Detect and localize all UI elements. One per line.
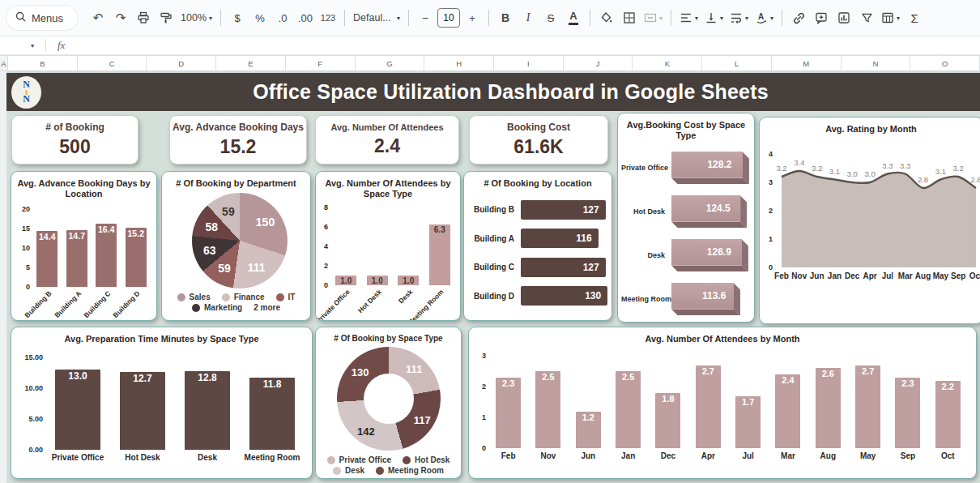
bar-slot: 1.0 bbox=[330, 207, 362, 285]
y-axis: 0123 bbox=[472, 356, 488, 448]
bar: 2.2 bbox=[935, 381, 961, 449]
currency-format-button[interactable]: $ bbox=[227, 7, 248, 28]
bar-plot: 0510152014.414.716.415.2 bbox=[15, 209, 151, 287]
chart-card-rating-by-month[interactable]: Avg. Rating by Month 012343.2Feb3.4Nov3.… bbox=[759, 117, 980, 324]
decrease-decimal-button[interactable]: .0 bbox=[272, 7, 293, 28]
legend-item: IT bbox=[276, 293, 296, 301]
borders-button[interactable] bbox=[619, 7, 640, 28]
bar: 127 bbox=[521, 258, 606, 277]
vertical-align-icon bbox=[705, 11, 718, 24]
fill-color-button[interactable] bbox=[596, 7, 617, 28]
bar-value: 130 bbox=[585, 290, 607, 301]
legend-swatch bbox=[192, 304, 200, 312]
horizontal-align-button[interactable]: ▾ bbox=[677, 7, 701, 28]
x-label: Hot Desk bbox=[110, 453, 175, 462]
column-header-f[interactable]: F bbox=[286, 55, 356, 71]
chevron-down-icon: ▾ bbox=[209, 15, 212, 22]
bar: 2.5 bbox=[535, 371, 560, 448]
column-header-j[interactable]: J bbox=[564, 55, 633, 71]
chart-card-advance-days-by-location[interactable]: Avg. Advance Booking Days by Location 05… bbox=[11, 171, 157, 321]
column-headers: ABCDEFGHIJKLMNO bbox=[0, 55, 980, 71]
legend-label: Meeting Room bbox=[388, 466, 444, 475]
chart-card-prep-time-by-space[interactable]: Avg. Preparation Time Minutes by Space T… bbox=[11, 327, 313, 479]
bars-area: 1.01.01.06.3 bbox=[330, 207, 455, 285]
bars-area: 2.32.51.22.51.82.71.72.42.62.72.32.2 bbox=[488, 356, 968, 448]
vertical-align-button[interactable]: ▾ bbox=[702, 7, 726, 28]
bar-slot: 2.7 bbox=[848, 356, 888, 448]
column-header-g[interactable]: G bbox=[356, 55, 425, 71]
kpi-card-booking-cost[interactable]: Booking Cost 61.6K bbox=[469, 115, 608, 165]
column-header-o[interactable]: O bbox=[910, 55, 980, 71]
bar-value: 2.6 bbox=[822, 369, 834, 378]
bar: 2.5 bbox=[616, 371, 641, 448]
chart-card-booking-by-location[interactable]: # Of Booking by Location Building B127Bu… bbox=[463, 171, 612, 321]
print-button[interactable] bbox=[133, 7, 154, 28]
bar-slot: 14.4 bbox=[32, 209, 62, 287]
column-header-h[interactable]: H bbox=[424, 55, 494, 71]
merge-cells-button[interactable]: ▾ bbox=[641, 7, 665, 28]
chart-title: Avg. Number Of Attendees by Month bbox=[469, 327, 976, 346]
text-rotation-button[interactable]: A ▾ bbox=[752, 7, 776, 28]
more-formats-button[interactable]: 123 bbox=[317, 7, 339, 28]
month-label: Jan bbox=[828, 271, 842, 280]
column-header-n[interactable]: N bbox=[842, 55, 911, 71]
italic-button[interactable]: I bbox=[518, 7, 539, 28]
chart-card-booking-by-department[interactable]: # Of Booking by Department 1501115963585… bbox=[161, 171, 311, 321]
insert-link-button[interactable] bbox=[788, 7, 809, 28]
font-select[interactable]: Defaul...▾ bbox=[351, 7, 403, 28]
name-box[interactable]: ▾ bbox=[0, 36, 39, 54]
column-header-d[interactable]: D bbox=[147, 55, 216, 71]
font-size-decrease-button[interactable]: − bbox=[415, 7, 436, 28]
y-tick: 20 bbox=[22, 205, 30, 213]
legend-label: Hot Desk bbox=[415, 455, 450, 464]
column-header-c[interactable]: C bbox=[78, 55, 147, 71]
chart-card-booking-cost-by-space[interactable]: Avg.Booking Cost by Space Type Private O… bbox=[617, 113, 755, 323]
insert-chart-button[interactable] bbox=[833, 7, 854, 28]
font-size-increase-button[interactable]: + bbox=[462, 7, 483, 28]
paint-format-button[interactable] bbox=[156, 7, 177, 28]
kpi-card-advance-days[interactable]: Avg. Advance Booking Days 15.2 bbox=[169, 115, 307, 165]
bar-row: Meeting Room113.6 bbox=[621, 283, 751, 315]
legend-item: Marketing bbox=[192, 303, 242, 312]
x-label-slot: Building D bbox=[121, 287, 151, 321]
chart-icon bbox=[837, 11, 850, 24]
pie-chart bbox=[192, 193, 288, 289]
functions-button[interactable]: Σ bbox=[904, 7, 925, 28]
menus-search[interactable]: Menus bbox=[6, 6, 78, 30]
undo-button[interactable]: ↶ bbox=[87, 7, 109, 28]
redo-button[interactable]: ↷ bbox=[110, 7, 131, 28]
insert-comment-button[interactable] bbox=[811, 7, 832, 28]
zoom-select[interactable]: 100%▾ bbox=[178, 7, 215, 28]
column-header-b[interactable]: B bbox=[8, 55, 78, 71]
kpi-card-attendees[interactable]: Avg. Number Of Attendees 2.4 bbox=[315, 115, 459, 165]
font-size-input[interactable]: 10 bbox=[437, 8, 460, 28]
bar-row: Building C127 bbox=[469, 258, 608, 277]
percent-format-button[interactable]: % bbox=[249, 7, 271, 28]
create-filter-button[interactable] bbox=[856, 7, 877, 28]
text-color-button[interactable]: A bbox=[563, 7, 584, 28]
point-value-label: 3.2 bbox=[776, 164, 786, 173]
legend-row: Marketing2 more bbox=[162, 303, 310, 312]
column-header-k[interactable]: K bbox=[633, 55, 702, 71]
chart-card-attendees-by-space[interactable]: Avg. Number Of Attendees by Space Type 0… bbox=[315, 171, 461, 321]
column-header-l[interactable]: L bbox=[702, 55, 772, 71]
month-label: Nov bbox=[791, 271, 807, 280]
chart-card-attendees-by-month[interactable]: Avg. Number Of Attendees by Month 01232.… bbox=[468, 327, 977, 479]
insert-table-button[interactable]: ▾ bbox=[879, 7, 902, 28]
column-header-a[interactable]: A bbox=[0, 55, 8, 71]
bar-3d: 124.5 bbox=[671, 195, 747, 228]
svg-text:A: A bbox=[758, 12, 764, 21]
increase-decimal-button[interactable]: .00 bbox=[295, 7, 316, 28]
column-header-e[interactable]: E bbox=[216, 55, 286, 71]
bars-area: 13.012.712.811.8 bbox=[45, 357, 305, 450]
column-header-i[interactable]: I bbox=[494, 55, 564, 71]
kpi-card-bookings[interactable]: # of Booking 500 bbox=[11, 115, 138, 165]
chart-card-booking-by-space-type[interactable]: # Of Booking by Space Type 111117142130P… bbox=[315, 327, 462, 479]
bar-slot: 11.8 bbox=[240, 357, 305, 450]
text-wrap-button[interactable]: ▾ bbox=[727, 7, 751, 28]
bold-button[interactable]: B bbox=[495, 7, 516, 28]
strikethrough-button[interactable]: S bbox=[540, 7, 561, 28]
column-header-m[interactable]: M bbox=[772, 55, 842, 71]
bar-value: 126.9 bbox=[707, 246, 731, 258]
bar-value: 127 bbox=[583, 204, 606, 216]
